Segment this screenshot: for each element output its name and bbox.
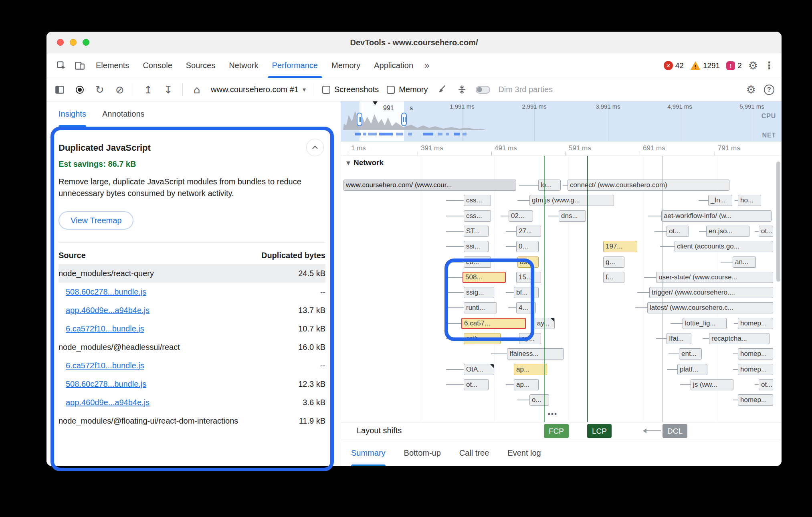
network-request-bar[interactable]: ay... [535,318,555,329]
network-request-bar[interactable]: trigger/ (www.coursehero.... [649,287,773,298]
toggle-sidebar-icon[interactable] [54,85,66,95]
left-window-handle[interactable] [357,113,362,126]
console-errors-counter[interactable]: ✕ 42 [664,61,684,70]
table-row[interactable]: 6.ca572f10...bundle.js10.7 kB [59,319,325,338]
table-row[interactable]: app.460d9e...a94b4e.js13.7 kB [59,301,325,319]
network-request-bar[interactable]: platf... [677,364,707,375]
network-request-bar[interactable]: js (ww... [691,379,733,390]
settings-gear-icon[interactable]: ⚙ [748,59,758,72]
sidebar-tab-annotations[interactable]: Annotations [102,101,145,127]
issues-counter[interactable]: ! 2 [726,61,742,70]
network-request-bar[interactable]: gtm.js (www.g... [529,195,614,206]
network-request-bar[interactable]: ap... [514,379,539,390]
table-row[interactable]: 508.60c278...bundle.js-- [59,283,325,301]
network-request-bar[interactable]: an... [733,256,756,268]
network-track-header[interactable]: ▼ Network [346,158,384,167]
source-link[interactable]: 6.ca572f10...bundle.js [66,361,144,370]
network-request-bar[interactable]: ap... [514,364,547,375]
tab-performance[interactable]: Performance [265,53,325,78]
network-request-bar[interactable]: ot... [759,226,773,237]
network-request-bar[interactable]: homep... [738,394,773,406]
sidebar-tab-insights[interactable]: Insights [59,101,86,127]
source-link[interactable]: app.460d9e...a94b4e.js [66,306,149,315]
network-request-bar[interactable]: d9... [517,256,539,268]
network-request-bar[interactable]: client (accounts.go... [675,241,773,252]
more-options-icon[interactable]: ⋮ [764,60,774,71]
network-request-bar[interactable]: ot... [667,226,689,237]
network-request-bar[interactable]: 02... [509,210,533,222]
network-request-bar[interactable]: 197... [603,241,637,252]
network-request-bar[interactable]: homep... [738,348,773,359]
network-request-bar[interactable]: Ifainess... [507,348,564,359]
network-request-bar[interactable]: connect/ (www.coursehero.com) [568,180,729,191]
screenshots-checkbox[interactable]: Screenshots [322,85,379,94]
network-request-bar[interactable]: 15... [516,272,541,283]
table-row[interactable]: node_modules/react-query24.5 kB [59,264,325,283]
collect-garbage-icon[interactable] [436,85,448,95]
network-request-bar[interactable]: lo... [538,180,561,191]
network-request-bar[interactable]: 27... [516,226,541,237]
network-request-bar[interactable]: _In... [708,195,732,206]
table-row[interactable]: node_modules/@floating-ui/react-dom-inte… [59,412,325,430]
network-request-bar[interactable]: ST... [464,226,489,237]
network-request-bar[interactable]: homep... [738,318,773,329]
network-request-bar[interactable]: f... [603,272,624,283]
network-request-bar[interactable]: Ifai... [667,333,691,344]
dim-third-parties-toggle[interactable] [476,86,490,94]
collapse-sections-icon[interactable] [456,85,468,95]
network-request-bar[interactable]: 0... [516,241,539,252]
memory-checkbox[interactable]: Memory [387,85,428,94]
table-row[interactable]: 6.ca572f10...bundle.js-- [59,356,325,375]
source-link[interactable]: 6.ca572f10...bundle.js [66,324,144,333]
network-request-bar[interactable]: ssig... [464,287,494,298]
vertical-scrollbar[interactable] [776,162,780,282]
source-link[interactable]: 508.60c278...bundle.js [66,287,146,297]
clear-recording-button[interactable]: ⊘ [114,84,126,96]
network-request-bar[interactable]: ot... [464,379,489,390]
right-window-handle[interactable] [401,113,407,126]
history-dropdown[interactable]: www.coursehero.com #1 ▾ [211,85,306,94]
device-toolbar-icon[interactable] [71,53,89,78]
network-request-bar[interactable]: latest/ (www.coursehero.c... [647,302,773,313]
reload-and-record-button[interactable]: ↻ [94,84,106,96]
tab-call-tree[interactable]: Call tree [459,440,489,466]
timeline-overview-strip[interactable]: 1,991 ms2,991 ms3,991 ms4,991 ms5,991 ms… [341,101,782,141]
network-request-bar[interactable]: runti... [464,302,497,313]
network-request-bar[interactable]: www.coursehero.com/ (www.cour... [343,180,516,191]
table-row[interactable]: app.460d9e...a94b4e.js3.6 kB [59,393,325,412]
tab-bottom-up[interactable]: Bottom-up [404,440,441,466]
tab-console[interactable]: Console [136,53,179,78]
network-request-bar[interactable]: 4... [516,302,536,313]
network-request-bar[interactable]: o... [529,394,549,406]
view-treemap-button[interactable]: View Treemap [59,211,133,230]
tab-network[interactable]: Network [222,53,265,78]
save-profile-button[interactable]: ↧ [162,84,174,96]
console-warnings-counter[interactable]: ! 1291 [690,61,720,70]
network-request-bar[interactable]: en.jso... [706,226,749,237]
network-request-bar[interactable]: ssib... [464,333,501,344]
tab-sources[interactable]: Sources [179,53,222,78]
tab-event-log[interactable]: Event log [507,440,541,466]
network-request-bar[interactable]: css... [464,195,491,206]
load-profile-button[interactable]: ↥ [142,84,154,96]
network-request-bar[interactable]: aet-workflow-info/ (w... [661,210,772,222]
network-request-bar[interactable]: ent... [679,348,702,359]
network-request-bar[interactable]: co... [464,256,491,268]
network-request-bar[interactable]: css... [464,210,491,222]
network-request-bar[interactable]: g... [603,256,624,268]
inspect-element-icon[interactable] [52,53,71,78]
network-request-bar[interactable]: homep... [738,364,773,375]
network-request-bar[interactable]: dns... [559,210,586,222]
collapse-insight-button[interactable] [306,139,324,156]
network-request-bar[interactable]: 508... [463,272,506,283]
show-more-ellipsis[interactable]: … [547,406,558,417]
more-tabs-icon[interactable]: » [420,53,434,78]
network-request-bar[interactable]: user-state/ (www.course... [656,272,773,283]
network-request-bar[interactable]: ho... [738,195,761,206]
network-request-bar[interactable]: ssi... [464,241,489,252]
source-link[interactable]: 508.60c278...bundle.js [66,380,146,389]
network-request-bar[interactable]: ap... [519,333,541,344]
network-request-bar[interactable]: lottie_lig... [683,318,727,329]
network-request-bar[interactable]: bf... [514,287,539,298]
tab-memory[interactable]: Memory [325,53,367,78]
